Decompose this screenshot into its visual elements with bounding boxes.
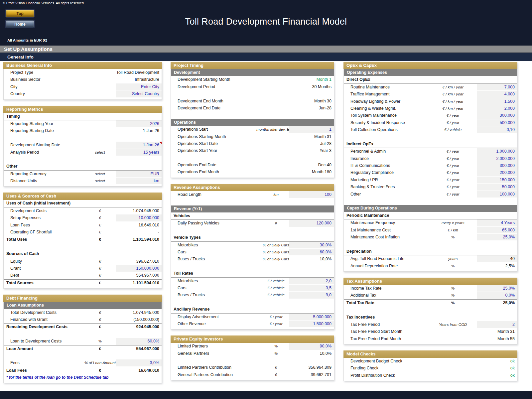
input-cell[interactable]: 150.000.000 bbox=[116, 265, 162, 272]
input-cell[interactable]: 150.000 bbox=[477, 177, 517, 184]
table-row: Daily Passing Vehicles#120.000 bbox=[171, 220, 334, 227]
input-cell[interactable]: 25,0% bbox=[477, 285, 517, 292]
section: Private Equity InvestorsLimited Partners… bbox=[171, 335, 334, 380]
row-unit: % bbox=[427, 300, 479, 307]
input-cell[interactable]: 100 bbox=[289, 191, 334, 198]
subheader: Periodic Maintenance bbox=[344, 212, 517, 219]
row-label: Development Costs bbox=[4, 207, 47, 214]
row-unit: € / km / year bbox=[427, 98, 479, 105]
input-cell[interactable]: 2,0 bbox=[289, 278, 334, 285]
table-row: CityEnter City bbox=[4, 83, 162, 90]
input-cell[interactable]: 300.000 bbox=[477, 162, 517, 169]
input-cell[interactable]: 100.000 bbox=[477, 191, 517, 198]
input-cell[interactable]: 300.000 bbox=[477, 112, 517, 119]
column: Project TimingDevelopmentDevelopment Sta… bbox=[171, 62, 334, 386]
table-row: Loan to Development Costs%60,0% bbox=[4, 338, 162, 345]
input-cell[interactable]: 4 Years bbox=[477, 219, 517, 226]
input-cell[interactable]: 3,5 bbox=[289, 285, 334, 292]
input-cell[interactable]: km bbox=[116, 178, 162, 185]
row-label: Operations Start Year bbox=[171, 147, 217, 154]
input-cell[interactable]: 50.000 bbox=[477, 184, 517, 191]
input-cell[interactable]: 0,10 bbox=[477, 126, 517, 133]
table-row: Routine Maintenance€ / km / year7.000 bbox=[344, 84, 517, 91]
page: © Profit Vision Financial Services. All … bbox=[0, 0, 532, 399]
input-cell[interactable]: 10.000.000 bbox=[116, 214, 162, 221]
table-row: Personnel & Admin€ / year1.000.000 bbox=[344, 148, 517, 155]
table-row: Buses / Trucks% of Daily Cars10,0% bbox=[171, 256, 334, 263]
input-cell[interactable]: 40 bbox=[477, 255, 517, 262]
input-cell[interactable]: 1.500 bbox=[477, 98, 517, 105]
table-row: Maintenance Cost Inflation%25,0% bbox=[344, 234, 517, 241]
gap-row bbox=[171, 198, 334, 205]
input-cell[interactable]: 5.000.000 bbox=[289, 314, 334, 321]
input-cell[interactable]: 2.000.000 bbox=[477, 155, 517, 162]
table-row: Banking & Trustee Fees€ / year50.000 bbox=[344, 184, 517, 191]
input-cell[interactable]: 65.000 bbox=[477, 227, 517, 234]
table-row: Total Sources€1.101.594.010 bbox=[4, 279, 162, 287]
input-cell[interactable]: 120.000 bbox=[289, 220, 334, 227]
input-cell[interactable]: 25,0% bbox=[477, 234, 517, 241]
input-cell[interactable]: 2026 bbox=[116, 120, 162, 127]
value-cell: 10,0% bbox=[289, 256, 334, 263]
row-label: Annual Depreciation Rate bbox=[344, 263, 398, 270]
input-cell[interactable]: 1.500.000 bbox=[289, 321, 334, 328]
table-row: Traffice Management€ / km / year4.000 bbox=[344, 91, 517, 98]
section-body: Operating ExpensesDirect OpExRoutine Mai… bbox=[343, 69, 517, 272]
input-cell[interactable]: 7.000 bbox=[477, 84, 517, 91]
input-cell[interactable]: 90,0% bbox=[289, 343, 334, 350]
gap-row bbox=[171, 299, 334, 306]
input-cell[interactable]: 1-Jan-26 bbox=[116, 142, 162, 149]
section-body: Limited Partners%90,0%General Partners%1… bbox=[171, 343, 334, 380]
input-cell[interactable]: 1.000.000 bbox=[477, 148, 517, 155]
subheader: Depreciation bbox=[344, 248, 517, 255]
row-label: Profit Distribution Check bbox=[344, 372, 395, 379]
section-body: TimingReporting Starting Year2026Reporti… bbox=[3, 113, 162, 187]
input-cell[interactable]: EUR bbox=[116, 171, 162, 178]
table-row: Limited Partners%90,0% bbox=[171, 343, 334, 350]
gap-row bbox=[4, 243, 162, 250]
table-row: Tax Free PeriodYears from COD2 bbox=[344, 321, 517, 328]
row-label: Development Starting Date bbox=[4, 142, 60, 149]
table-row: Motorbikes% of Daily Cars30,0% bbox=[171, 242, 334, 249]
input-cell[interactable]: 2 bbox=[477, 321, 517, 328]
value-cell: (150.000.000) bbox=[116, 316, 162, 323]
value-cell: 1.074.945.000 bbox=[116, 207, 162, 214]
top-button[interactable]: Top bbox=[6, 10, 34, 17]
table-row: Reporting Starting Date1-Jan-26 bbox=[4, 127, 162, 134]
input-cell[interactable]: 15 years bbox=[116, 149, 162, 156]
row-label: Insurance bbox=[344, 155, 369, 162]
row-unit: € / year bbox=[427, 162, 479, 169]
row-label: Business Sector bbox=[4, 76, 40, 83]
comment-marker bbox=[159, 142, 162, 144]
input-cell[interactable]: 0,0% bbox=[477, 292, 517, 299]
row-label: Financed with Grant bbox=[4, 316, 48, 323]
input-cell[interactable]: 3,0% bbox=[116, 359, 162, 366]
section: Project TimingDevelopmentDevelopment Sta… bbox=[171, 62, 334, 178]
row-unit: € / year bbox=[427, 169, 479, 176]
gap-row bbox=[344, 134, 517, 141]
row-label: Toll Collection Operations bbox=[344, 126, 398, 133]
value-cell: Dec-40 bbox=[289, 162, 334, 169]
input-cell[interactable]: 60,0% bbox=[289, 249, 334, 256]
section-header: Uses & Sources of Cash bbox=[3, 193, 162, 200]
section-header: OpEx & CapEx bbox=[343, 62, 517, 69]
section-header: Project Timing bbox=[171, 62, 334, 69]
input-cell[interactable]: 60,0% bbox=[116, 338, 162, 345]
input-cell[interactable]: Select Country bbox=[116, 90, 162, 97]
input-cell[interactable]: 1 bbox=[289, 126, 334, 133]
input-cell[interactable]: 4.000 bbox=[477, 91, 517, 98]
row-label: Development Period bbox=[171, 83, 215, 90]
row-label: Other Revenue bbox=[171, 321, 206, 328]
input-cell[interactable]: 9,0 bbox=[289, 292, 334, 299]
input-cell[interactable]: 500.000 bbox=[477, 119, 517, 126]
section-header: Revenue Assumptions bbox=[171, 184, 334, 191]
input-cell[interactable]: 30,0% bbox=[289, 242, 334, 249]
table-row: Road Lengthkm100 bbox=[171, 191, 334, 198]
input-cell[interactable]: 2.000 bbox=[477, 105, 517, 112]
input-cell[interactable]: 200.000 bbox=[477, 169, 517, 176]
row-label: Operating CF Shortfall bbox=[4, 229, 52, 236]
row-label: Operations Start Date bbox=[171, 140, 218, 147]
row-label: Reporting Currency bbox=[4, 171, 46, 178]
input-cell[interactable]: Enter City bbox=[116, 83, 162, 90]
footnote: * for the terms of the loan go to the De… bbox=[4, 374, 162, 381]
